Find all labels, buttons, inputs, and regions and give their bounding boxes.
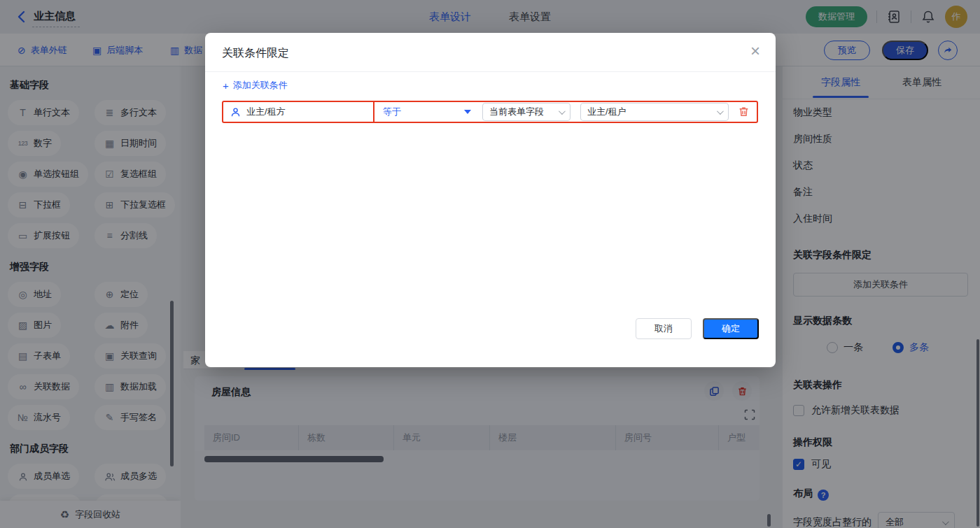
confirm-button[interactable]: 确定 <box>703 318 759 339</box>
condition-operator-dropdown[interactable]: 等于 <box>374 102 479 122</box>
caret-down-icon <box>464 110 471 114</box>
operator-value: 等于 <box>383 106 401 118</box>
plus-icon: + <box>223 80 229 92</box>
condition-field-value: 业主/租方 <box>246 106 286 118</box>
chevron-down-icon <box>559 108 566 115</box>
condition-value-select[interactable]: 业主/租户 <box>580 103 729 121</box>
cancel-button[interactable]: 取消 <box>636 318 692 339</box>
condition-source-select[interactable]: 当前表单字段 <box>482 103 570 121</box>
value-value: 业主/租户 <box>587 106 626 118</box>
source-value: 当前表单字段 <box>489 106 544 118</box>
modal-footer: 取消 确定 <box>636 318 759 339</box>
form-designer-app: 业主信息 表单设计 表单设置 数据管理 作 ⊘ 表单外链 ▣ 后端脚本 <box>0 0 980 528</box>
person-icon <box>230 107 241 117</box>
condition-row: 业主/租方 等于 当前表单字段 业主/租户 <box>222 101 758 123</box>
add-link-label: 添加关联条件 <box>233 79 288 92</box>
modal-title: 关联条件限定 <box>222 46 289 61</box>
add-association-condition-link[interactable]: + 添加关联条件 <box>223 79 288 92</box>
delete-condition-button[interactable] <box>738 106 750 118</box>
chevron-down-icon <box>717 108 724 115</box>
condition-field-select[interactable]: 业主/租方 <box>223 102 374 122</box>
modal-header: 关联条件限定 × <box>205 33 776 72</box>
association-condition-modal: 关联条件限定 × + 添加关联条件 业主/租方 等于 当前表单字段 业主/租户 <box>205 33 776 367</box>
trash-icon <box>738 106 750 117</box>
close-icon[interactable]: × <box>750 43 760 59</box>
